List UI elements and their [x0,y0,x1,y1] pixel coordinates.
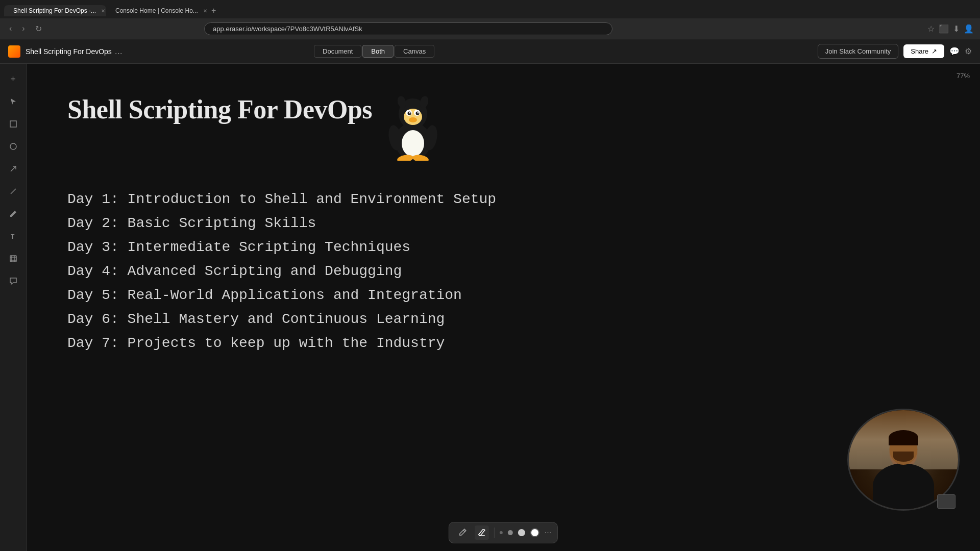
curriculum-day-1: Day 1: Introduction to Shell and Environ… [67,191,939,207]
tab-close-2[interactable]: ✕ [203,8,207,14]
circle-tool[interactable] [4,137,22,156]
canvas-content: Shell Scripting For DevOps [67,94,939,351]
more-options-button[interactable]: ··· [545,528,551,537]
video-pip [937,494,955,509]
view-document-button[interactable]: Document [314,45,361,58]
divider [494,528,495,538]
select-tool[interactable] [4,92,22,111]
arrow-tool[interactable] [4,160,22,178]
pencil-tool[interactable] [4,205,22,223]
share-button[interactable]: Share ↗ [903,44,944,58]
browser-chrome: Shell Scripting For DevOps -... ✕ Consol… [0,0,980,39]
pen-tool-bottom[interactable] [455,525,470,540]
add-tool[interactable]: + [4,70,22,88]
view-canvas-button[interactable]: Canvas [395,45,434,58]
curriculum-list: Day 1: Introduction to Shell and Environ… [67,191,939,351]
svg-point-18 [409,112,411,114]
line-tool[interactable] [4,182,22,201]
app-header: Shell Scripting For DevOps ... Document … [0,39,980,64]
share-icon: ↗ [932,47,937,55]
canvas-area[interactable]: 77% Shell Scripting For DevOps [27,64,980,551]
tab-close[interactable]: ✕ [101,8,105,14]
app-menu-button[interactable]: ... [115,46,122,57]
share-label: Share [911,47,928,55]
tab-console[interactable]: Console Home | Console Ho... ✕ [106,5,208,16]
svg-point-11 [402,130,424,157]
tab-label-2: Console Home | Console Ho... [115,7,198,14]
settings-icon[interactable]: ⚙ [965,46,972,56]
reload-button[interactable]: ↻ [32,23,45,35]
curriculum-day-4: Day 4: Advanced Scripting and Debugging [67,263,939,279]
comment-tool[interactable] [4,272,22,290]
svg-rect-4 [10,256,16,262]
app-title: Shell Scripting For DevOps [26,47,112,56]
rect-tool[interactable] [4,115,22,133]
size-small[interactable] [500,531,503,534]
address-bar: ‹ › ↻ app.eraser.io/workspace/7PVo8c3WVt… [0,18,980,39]
linux-mascot [382,94,444,161]
title-row: Shell Scripting For DevOps [67,94,939,161]
app-logo [8,45,20,58]
add-tab-button[interactable]: + [208,6,219,15]
tab-label: Shell Scripting For DevOps -... [13,7,96,14]
tab-shell-scripting[interactable]: Shell Scripting For DevOps -... ✕ [4,5,106,16]
view-toggle: Document Both Canvas [314,45,434,58]
svg-point-1 [10,143,16,149]
download-button[interactable]: ⬇ [953,24,960,34]
back-button[interactable]: ‹ [6,23,15,34]
text-tool[interactable]: T [4,227,22,245]
curriculum-day-6: Day 6: Shell Mastery and Continuous Lear… [67,311,939,327]
comments-icon[interactable]: 💬 [949,46,960,56]
curriculum-day-5: Day 5: Real-World Applications and Integ… [67,287,939,303]
curriculum-day-7: Day 7: Projects to keep up with the Indu… [67,335,939,351]
curriculum-day-2: Day 2: Basic Scripting Skills [67,215,939,231]
browser-actions: ☆ ⬛ ⬇ 👤 [927,24,974,34]
bottom-toolbar: ··· [449,522,558,543]
size-large[interactable] [518,529,525,536]
view-both-button[interactable]: Both [362,45,394,58]
frame-tool[interactable] [4,249,22,268]
document-title: Shell Scripting For DevOps [67,94,372,124]
profile-button[interactable]: 👤 [964,24,974,34]
main-layout: + T 77% Shell [0,64,980,551]
svg-rect-0 [10,121,16,127]
tab-bar: Shell Scripting For DevOps -... ✕ Consol… [0,0,980,18]
svg-point-20 [409,117,417,122]
extensions-button[interactable]: ⬛ [939,24,949,34]
forward-button[interactable]: › [19,23,28,34]
zoom-indicator: 77% [957,72,970,80]
url-bar[interactable]: app.eraser.io/workspace/7PVo8c3WVtR5ANlv… [204,22,612,35]
size-medium[interactable] [508,530,513,535]
slack-community-button[interactable]: Join Slack Community [818,44,899,59]
svg-text:T: T [11,233,15,240]
curriculum-day-3: Day 3: Intermediate Scripting Techniques [67,239,939,255]
left-toolbar: + T [0,64,27,551]
header-actions: Join Slack Community Share ↗ 💬 ⚙ [818,44,972,59]
svg-point-19 [418,112,419,114]
svg-line-2 [11,189,16,194]
size-xlarge[interactable] [530,528,540,537]
eraser-tool-bottom[interactable] [475,525,489,540]
bookmark-button[interactable]: ☆ [927,24,935,34]
